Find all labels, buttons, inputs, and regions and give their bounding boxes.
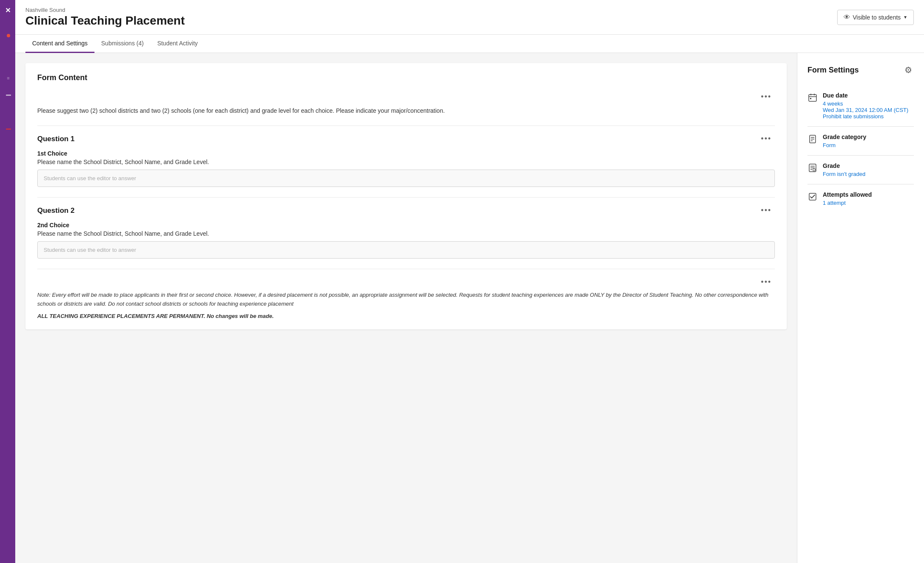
grade-content: Grade Form isn't graded <box>823 162 866 177</box>
checkbox-icon <box>807 192 818 203</box>
grade-category-content: Grade category Form <box>823 134 866 148</box>
intro-text: Please suggest two (2) school districts … <box>37 106 775 115</box>
svg-rect-4 <box>810 98 811 99</box>
note-more-button[interactable]: ••• <box>758 276 775 288</box>
grade-value-link[interactable]: Form isn't graded <box>823 171 866 177</box>
dropdown-arrow-icon: ▼ <box>903 15 907 20</box>
svg-rect-0 <box>809 95 816 101</box>
settings-attempts: Attempts allowed 1 attempt <box>807 184 914 213</box>
settings-due-date: Due date 4 weeks Wed Jan 31, 2024 12:00 … <box>807 85 914 127</box>
header: Nashville Sound Clinical Teaching Placem… <box>15 0 924 35</box>
tab-content-settings[interactable]: Content and Settings <box>25 35 94 53</box>
intro-more-button[interactable]: ••• <box>758 91 775 103</box>
question-2-description: Please name the School District, School … <box>37 230 775 237</box>
due-date-content: Due date 4 weeks Wed Jan 31, 2024 12:00 … <box>823 92 908 120</box>
question-2-header: Question 2 ••• <box>37 204 775 217</box>
visibility-label: Visible to students <box>853 14 901 21</box>
grade-category-value-link[interactable]: Form <box>823 142 866 148</box>
attempts-label: Attempts allowed <box>823 191 872 198</box>
question-2-section: Question 2 ••• 2nd Choice Please name th… <box>37 204 775 259</box>
form-card: Form Content ••• Please suggest two (2) … <box>25 63 787 329</box>
sidebar-nav-item-4[interactable] <box>0 121 15 137</box>
header-left: Nashville Sound Clinical Teaching Placem… <box>25 7 185 28</box>
question-2-input[interactable]: Students can use the editor to answer <box>37 241 775 259</box>
prohibit-late-link[interactable]: Prohibit late submissions <box>823 113 908 120</box>
sidebar-nav-item-1[interactable] <box>0 28 15 43</box>
question-2-placeholder: Students can use the editor to answer <box>44 247 136 253</box>
form-content-title: Form Content <box>37 73 775 82</box>
section-divider-3 <box>37 269 775 269</box>
calendar-icon <box>807 93 818 104</box>
question-2-choice-label: 2nd Choice <box>37 222 775 229</box>
note-header: ••• <box>37 276 775 288</box>
question-1-section: Question 1 ••• 1st Choice Please name th… <box>37 133 775 187</box>
question-2-more-button[interactable]: ••• <box>758 204 775 217</box>
intro-header: ••• <box>37 91 775 103</box>
question-1-header: Question 1 ••• <box>37 133 775 145</box>
org-name: Nashville Sound <box>25 7 185 13</box>
tabs-bar: Content and Settings Submissions (4) Stu… <box>15 35 924 53</box>
question-1-placeholder: Students can use the editor to answer <box>44 175 136 181</box>
sidebar-nav-item-3[interactable] <box>0 87 15 103</box>
question-1-description: Please name the School District, School … <box>37 159 775 165</box>
settings-grade-category: Grade category Form <box>807 127 914 156</box>
header-right: 👁 Visible to students ▼ <box>837 10 914 25</box>
sidebar-nav: ≡ <box>0 28 15 137</box>
tab-student-activity[interactable]: Student Activity <box>150 35 205 53</box>
due-date-weeks-link[interactable]: 4 weeks <box>823 100 908 107</box>
file-icon <box>807 134 818 146</box>
settings-grade: Grade Form isn't graded <box>807 156 914 184</box>
settings-panel-header: Form Settings ⚙ <box>807 63 914 77</box>
gear-button[interactable]: ⚙ <box>903 63 914 77</box>
due-date-label: Due date <box>823 92 908 99</box>
question-2-title: Question 2 <box>37 206 75 215</box>
svg-rect-13 <box>813 169 815 171</box>
grade-category-label: Grade category <box>823 134 866 140</box>
grade-label: Grade <box>823 162 866 169</box>
settings-panel-title: Form Settings <box>807 66 859 75</box>
question-1-more-button[interactable]: ••• <box>758 133 775 145</box>
sidebar-nav-item-2[interactable]: ≡ <box>0 70 15 86</box>
nav-indicator <box>7 34 10 37</box>
sidebar-strip: ✕ ≡ <box>0 0 15 563</box>
section-divider-2 <box>37 197 775 198</box>
question-1-choice-label: 1st Choice <box>37 150 775 157</box>
page-title: Clinical Teaching Placement <box>25 14 185 28</box>
question-1-input[interactable]: Students can use the editor to answer <box>37 170 775 187</box>
attempts-content: Attempts allowed 1 attempt <box>823 191 872 206</box>
content-body: Form Content ••• Please suggest two (2) … <box>15 53 924 563</box>
question-1-title: Question 1 <box>37 135 75 143</box>
due-date-datetime-link[interactable]: Wed Jan 31, 2024 12:00 AM (CST) <box>823 107 908 113</box>
note-bold-text: ALL TEACHING EXPERIENCE PLACEMENTS ARE P… <box>37 313 775 319</box>
settings-panel: Form Settings ⚙ <box>797 53 924 563</box>
main-area: Nashville Sound Clinical Teaching Placem… <box>15 0 924 563</box>
section-divider-1 <box>37 125 775 126</box>
visibility-button[interactable]: 👁 Visible to students ▼ <box>837 10 914 25</box>
intro-section: ••• Please suggest two (2) school distri… <box>37 91 775 115</box>
note-section: ••• Note: Every effort will be made to p… <box>37 276 775 319</box>
note-text: Note: Every effort will be made to place… <box>37 291 775 309</box>
attempts-value-link[interactable]: 1 attempt <box>823 200 872 206</box>
eye-icon: 👁 <box>844 14 850 21</box>
sidebar-close-button[interactable]: ✕ <box>2 4 14 16</box>
form-area: Form Content ••• Please suggest two (2) … <box>15 53 797 563</box>
grade-icon <box>807 163 818 175</box>
tab-submissions[interactable]: Submissions (4) <box>94 35 150 53</box>
